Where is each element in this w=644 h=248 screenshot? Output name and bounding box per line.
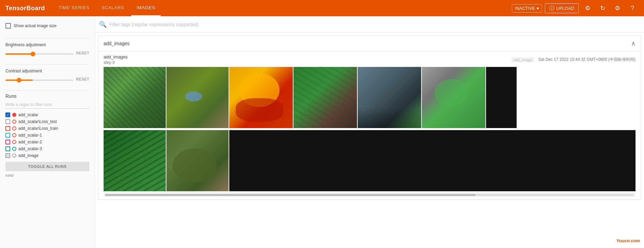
run-label-loss-train: add_scalar\Loss_train bbox=[18, 126, 58, 131]
topnav-right: INACTIVE ▾ ⓘ UPLOAD ⚙ ↻ ⚙ ? bbox=[512, 2, 639, 14]
show-size-row[interactable]: Show actual image size bbox=[5, 20, 89, 31]
image-meta-right: add_image Sat Dec 17 2022 10:44:32 GMT+0… bbox=[512, 57, 636, 63]
run-label-add-image: add_image bbox=[18, 153, 38, 158]
show-size-section: Show actual image size bbox=[5, 20, 89, 31]
run-radio-scalar-2[interactable] bbox=[12, 140, 16, 144]
main-layout: Show actual image size Brightness adjust… bbox=[0, 16, 644, 248]
filter-input[interactable] bbox=[109, 22, 640, 27]
run-checkbox-scalar-1[interactable] bbox=[5, 133, 10, 138]
content-area: 🔍 add_images ∧ add_images step 0 bbox=[95, 16, 644, 248]
contrast-section: Contrast adjustment RESET bbox=[5, 67, 89, 84]
images-container: add_images ∧ add_images step 0 add_image bbox=[95, 33, 644, 248]
inactive-label: INACTIVE bbox=[515, 6, 535, 11]
runs-path: runs/ bbox=[5, 173, 89, 177]
runs-filter-input[interactable] bbox=[5, 101, 89, 109]
run-label-loss-test: add_scalar\Loss_test bbox=[18, 119, 57, 124]
divider-1 bbox=[5, 38, 89, 38]
run-radio-scalar-3[interactable] bbox=[12, 147, 16, 151]
chevron-up-icon: ∧ bbox=[631, 40, 636, 47]
scroll-thumb[interactable] bbox=[105, 194, 476, 196]
image-thumb-8[interactable] bbox=[104, 130, 166, 191]
run-checkbox-loss-train[interactable] bbox=[5, 126, 10, 131]
topnav: TensorBoard TIME SERIES SCALARS IMAGES I… bbox=[0, 0, 644, 16]
run-radio-loss-train[interactable] bbox=[12, 126, 16, 130]
nav-links: TIME SERIES SCALARS IMAGES bbox=[53, 0, 512, 16]
upload-button[interactable]: ⓘ UPLOAD bbox=[545, 3, 579, 13]
run-item-loss-test[interactable]: add_scalar\Loss_test bbox=[5, 118, 89, 125]
image-card-title: add_images bbox=[104, 41, 129, 46]
nav-scalars[interactable]: SCALARS bbox=[96, 0, 129, 16]
run-item-loss-train[interactable]: add_scalar\Loss_train bbox=[5, 125, 89, 132]
watermark: Yuucn.com bbox=[616, 238, 640, 243]
run-label-scalar-1: add_scalar-1 bbox=[18, 133, 42, 138]
inactive-dropdown[interactable]: INACTIVE ▾ bbox=[512, 4, 542, 13]
run-item-add-image[interactable]: add_image bbox=[5, 152, 89, 159]
image-thumb-2[interactable] bbox=[166, 67, 229, 128]
brightness-section: Brightness adjustment RESET bbox=[5, 41, 89, 57]
run-item-scalar-3[interactable]: add_scalar-3 bbox=[5, 145, 89, 152]
contrast-slider-row: RESET bbox=[5, 76, 89, 82]
nav-images[interactable]: IMAGES bbox=[131, 0, 161, 16]
scroll-track[interactable] bbox=[105, 194, 634, 196]
contrast-slider-container bbox=[5, 76, 73, 82]
run-checkbox-loss-test[interactable] bbox=[5, 119, 10, 124]
step-label: step bbox=[104, 60, 111, 65]
run-checkbox-scalar-3[interactable] bbox=[5, 146, 10, 151]
refresh-icon[interactable]: ↻ bbox=[596, 2, 609, 14]
run-radio-add-scalar[interactable] bbox=[12, 113, 16, 117]
help-icon[interactable]: ? bbox=[626, 2, 639, 14]
divider-3 bbox=[5, 90, 89, 91]
image-thumb-7[interactable] bbox=[486, 67, 517, 128]
brightness-label: Brightness adjustment bbox=[5, 42, 89, 47]
run-checkbox-add-image[interactable] bbox=[5, 153, 10, 158]
brightness-slider-container bbox=[5, 50, 73, 56]
run-radio-add-image[interactable] bbox=[12, 154, 16, 158]
brightness-slider[interactable] bbox=[5, 53, 73, 55]
image-sub-title: add_images bbox=[104, 54, 128, 59]
divider-2 bbox=[5, 64, 89, 65]
tag-label: add_image bbox=[512, 57, 534, 63]
run-item-scalar-2[interactable]: add_scalar-2 bbox=[5, 139, 89, 145]
image-thumb-4[interactable] bbox=[293, 67, 357, 128]
settings-icon[interactable]: ⚙ bbox=[582, 2, 594, 14]
image-card-body: add_images step 0 add_image Sat Dec 17 2… bbox=[98, 52, 641, 199]
image-meta-row: add_images step 0 add_image Sat Dec 17 2… bbox=[104, 54, 636, 65]
show-size-label: Show actual image size bbox=[14, 23, 56, 28]
run-item-scalar-1[interactable]: add_scalar-1 bbox=[5, 132, 89, 139]
image-card-header[interactable]: add_images ∧ bbox=[98, 36, 641, 52]
app-logo: TensorBoard bbox=[5, 5, 45, 12]
run-item-add-scalar[interactable]: ✓ add_scalar bbox=[5, 111, 89, 118]
run-checkbox-add-scalar[interactable]: ✓ bbox=[5, 112, 10, 117]
info-circle-icon: ⓘ bbox=[549, 5, 554, 12]
brightness-slider-row: RESET bbox=[5, 50, 89, 56]
run-checkbox-scalar-2[interactable] bbox=[5, 140, 10, 144]
show-size-checkbox[interactable] bbox=[5, 23, 11, 29]
nav-time-series[interactable]: TIME SERIES bbox=[53, 0, 95, 16]
chevron-down-icon: ▾ bbox=[537, 6, 539, 11]
scroll-bar[interactable] bbox=[104, 193, 636, 197]
contrast-label: Contrast adjustment bbox=[5, 69, 89, 73]
run-radio-loss-test[interactable] bbox=[12, 120, 16, 124]
image-timestamp: Sat Dec 17 2022 10:44:32 GMT+0800 (中国标准时… bbox=[538, 57, 636, 63]
image-thumb-5[interactable] bbox=[358, 67, 421, 128]
run-radio-scalar-1[interactable] bbox=[12, 133, 16, 137]
image-thumb-9[interactable] bbox=[166, 130, 229, 191]
upload-label: UPLOAD bbox=[556, 6, 574, 11]
contrast-slider[interactable] bbox=[5, 79, 73, 81]
image-thumb-3[interactable] bbox=[229, 67, 293, 128]
run-label-add-scalar: add_scalar bbox=[18, 112, 38, 117]
image-thumb-6[interactable] bbox=[422, 67, 485, 128]
run-label-scalar-2: add_scalar-2 bbox=[18, 140, 42, 144]
image-thumb-1[interactable] bbox=[104, 67, 166, 128]
filter-bar: 🔍 bbox=[95, 16, 644, 33]
image-thumb-black bbox=[229, 130, 636, 191]
contrast-reset-button[interactable]: RESET bbox=[76, 76, 89, 82]
toggle-all-button[interactable]: TOGGLE ALL RUNS bbox=[5, 162, 89, 171]
run-label-scalar-3: add_scalar-3 bbox=[18, 146, 42, 151]
sidebar: Show actual image size Brightness adjust… bbox=[0, 16, 95, 248]
gear-icon[interactable]: ⚙ bbox=[611, 2, 624, 14]
runs-section: Runs ✓ add_scalar add_scalar\Loss_test a… bbox=[5, 93, 89, 177]
image-step: step 0 bbox=[104, 60, 128, 65]
images-grid-row1 bbox=[104, 67, 636, 129]
brightness-reset-button[interactable]: RESET bbox=[76, 50, 89, 56]
